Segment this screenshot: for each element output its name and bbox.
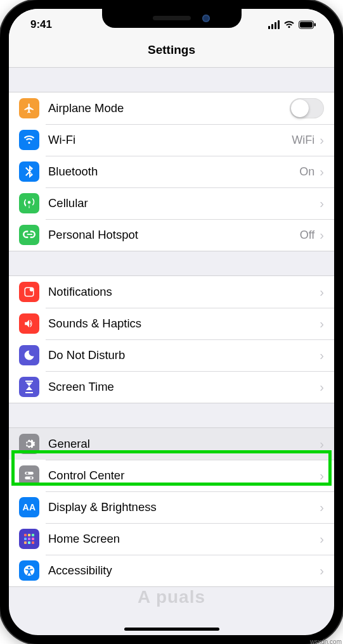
airplane-icon	[19, 98, 39, 118]
settings-group-alerts: Notifications › Sounds & Haptics › Do No…	[9, 275, 334, 403]
chevron-right-icon: ›	[320, 197, 324, 210]
chevron-right-icon: ›	[320, 229, 324, 241]
row-label: Control Center	[48, 469, 320, 483]
chevron-right-icon: ›	[320, 317, 324, 330]
watermark: A puals	[138, 587, 205, 607]
row-value: Off	[300, 229, 315, 242]
chevron-right-icon: ›	[320, 165, 324, 178]
hotspot-icon	[19, 225, 39, 245]
home-screen-icon	[19, 529, 39, 549]
svg-rect-7	[25, 477, 34, 480]
screentime-icon	[19, 377, 39, 397]
row-screentime[interactable]: Screen Time ›	[9, 371, 334, 403]
accessibility-icon	[19, 560, 39, 581]
svg-rect-1	[300, 22, 313, 28]
row-bluetooth[interactable]: Bluetooth On ›	[9, 156, 334, 187]
row-label: Personal Hotspot	[48, 228, 300, 242]
chevron-right-icon: ›	[320, 564, 324, 577]
svg-point-6	[26, 472, 28, 474]
control-center-icon	[19, 465, 39, 486]
svg-point-8	[30, 477, 32, 479]
chevron-right-icon: ›	[320, 349, 324, 362]
svg-rect-17	[32, 541, 34, 544]
row-label: Notifications	[48, 285, 320, 299]
screen: 9:41 Settings	[9, 9, 334, 635]
sounds-icon	[19, 313, 39, 334]
notch	[102, 9, 242, 28]
cellular-icon	[19, 193, 39, 213]
row-home-screen[interactable]: Home Screen ›	[9, 523, 334, 555]
display-icon: AA	[19, 497, 39, 517]
wifi-settings-icon	[19, 130, 39, 150]
row-value: On	[299, 165, 314, 179]
row-label: Bluetooth	[48, 165, 299, 179]
svg-rect-14	[32, 538, 34, 540]
chevron-right-icon: ›	[320, 501, 324, 514]
row-value: WiFi	[292, 134, 314, 147]
chevron-right-icon: ›	[320, 469, 324, 482]
svg-point-4	[30, 287, 34, 291]
chevron-right-icon: ›	[320, 533, 324, 545]
row-label: Screen Time	[48, 380, 320, 394]
airplane-toggle[interactable]	[290, 98, 324, 118]
row-accessibility[interactable]: Accessibility ›	[9, 555, 334, 586]
row-general[interactable]: General ›	[9, 428, 334, 460]
row-label: Display & Brightness	[48, 500, 320, 514]
page-title: Settings	[9, 41, 334, 68]
section-spacer	[9, 403, 334, 427]
chevron-right-icon: ›	[320, 381, 324, 393]
row-label: General	[48, 437, 320, 451]
chevron-right-icon: ›	[320, 286, 324, 298]
dnd-icon	[19, 345, 39, 365]
svg-rect-2	[314, 23, 316, 27]
row-label: Home Screen	[48, 532, 320, 546]
row-dnd[interactable]: Do Not Disturb ›	[9, 339, 334, 371]
row-notifications[interactable]: Notifications ›	[9, 276, 334, 308]
svg-point-19	[28, 567, 30, 569]
settings-group-general: General › Control Center › AA Display & …	[9, 427, 334, 587]
row-label: Accessibility	[48, 564, 320, 578]
svg-rect-13	[28, 538, 30, 540]
svg-rect-5	[25, 472, 34, 475]
svg-rect-9	[24, 534, 27, 536]
row-label: Wi-Fi	[48, 133, 292, 147]
chevron-right-icon: ›	[320, 134, 324, 146]
cellular-signal-icon	[268, 20, 280, 29]
notifications-icon	[19, 282, 39, 302]
row-display[interactable]: AA Display & Brightness ›	[9, 491, 334, 523]
svg-rect-12	[24, 538, 27, 540]
row-control-center[interactable]: Control Center ›	[9, 460, 334, 491]
chevron-right-icon: ›	[320, 438, 324, 450]
svg-rect-16	[28, 541, 30, 544]
row-airplane-mode[interactable]: Airplane Mode	[9, 92, 334, 124]
row-label: Airplane Mode	[48, 101, 290, 115]
home-indicator	[124, 628, 219, 631]
section-spacer	[9, 251, 334, 275]
status-time: 9:41	[30, 18, 52, 31]
svg-rect-10	[28, 534, 30, 536]
svg-rect-11	[32, 534, 34, 536]
wifi-icon	[283, 20, 295, 29]
row-label: Do Not Disturb	[48, 348, 320, 362]
bluetooth-icon	[19, 161, 39, 182]
svg-rect-15	[24, 541, 27, 544]
row-hotspot[interactable]: Personal Hotspot Off ›	[9, 219, 334, 251]
device-frame: 9:41 Settings	[0, 0, 343, 644]
row-label: Cellular	[48, 196, 320, 210]
row-wifi[interactable]: Wi-Fi WiFi ›	[9, 124, 334, 156]
general-icon	[19, 434, 39, 454]
battery-icon	[299, 20, 316, 29]
row-sounds[interactable]: Sounds & Haptics ›	[9, 308, 334, 339]
row-label: Sounds & Haptics	[48, 317, 320, 331]
row-cellular[interactable]: Cellular ›	[9, 187, 334, 219]
settings-group-connectivity: Airplane Mode Wi-Fi WiFi › Bluetooth	[9, 92, 334, 251]
credit-text: wsxdn.com	[310, 638, 342, 644]
section-spacer	[9, 68, 334, 92]
